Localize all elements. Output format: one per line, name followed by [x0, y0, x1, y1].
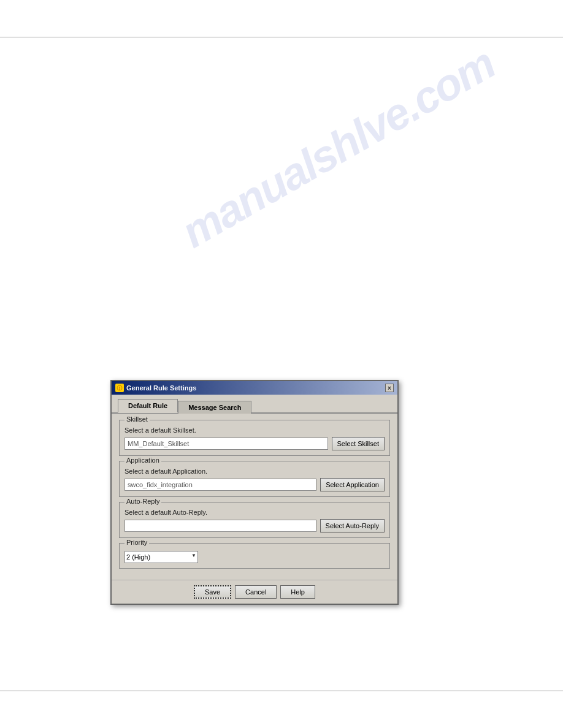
- dialog-close-button[interactable]: ×: [385, 384, 394, 392]
- auto-reply-description: Select a default Auto-Reply.: [124, 509, 385, 516]
- skillset-input[interactable]: [124, 438, 328, 450]
- title-bar: ! General Rule Settings ×: [112, 381, 397, 395]
- help-button[interactable]: Help: [280, 585, 315, 599]
- application-input[interactable]: [124, 479, 316, 491]
- select-auto-reply-button[interactable]: Select Auto-Reply: [320, 519, 385, 533]
- auto-reply-input-row: Select Auto-Reply: [124, 519, 385, 533]
- title-bar-left: ! General Rule Settings: [115, 384, 196, 392]
- svg-text:!: !: [119, 386, 120, 390]
- priority-select-wrapper: 1 (Low) 2 (High) 3 (Normal): [124, 551, 198, 563]
- auto-reply-label: Auto-Reply: [124, 498, 161, 505]
- select-application-button[interactable]: Select Application: [320, 478, 385, 491]
- skillset-label: Skillset: [124, 415, 150, 423]
- application-input-row: Select Application: [124, 478, 385, 491]
- priority-select[interactable]: 1 (Low) 2 (High) 3 (Normal): [124, 551, 198, 563]
- dialog-container: ! General Rule Settings × Default Rule M…: [110, 380, 399, 605]
- tab-message-search[interactable]: Message Search: [178, 401, 251, 414]
- priority-input-row: 1 (Low) 2 (High) 3 (Normal): [124, 551, 385, 563]
- tab-default-rule[interactable]: Default Rule: [118, 399, 178, 413]
- auto-reply-section: Auto-Reply Select a default Auto-Reply. …: [119, 502, 390, 538]
- priority-section: Priority 1 (Low) 2 (High) 3 (Normal): [119, 543, 390, 569]
- dialog-content: Skillset Select a default Skillset. Sele…: [112, 414, 397, 580]
- dialog-icon: !: [115, 384, 124, 392]
- dialog-title: General Rule Settings: [126, 384, 196, 392]
- cancel-button[interactable]: Cancel: [235, 585, 277, 599]
- skillset-description: Select a default Skillset.: [124, 427, 385, 434]
- save-button[interactable]: Save: [194, 585, 231, 599]
- application-section: Application Select a default Application…: [119, 461, 390, 497]
- priority-label: Priority: [124, 539, 149, 546]
- skillset-section: Skillset Select a default Skillset. Sele…: [119, 420, 390, 456]
- skillset-input-row: Select Skillset: [124, 437, 385, 450]
- auto-reply-input[interactable]: [124, 520, 316, 532]
- tabs-area: Default Rule Message Search: [112, 395, 397, 414]
- application-description: Select a default Application.: [124, 468, 385, 475]
- dialog-footer: Save Cancel Help: [112, 580, 397, 604]
- top-divider: [0, 37, 563, 37]
- select-skillset-button[interactable]: Select Skillset: [332, 437, 385, 450]
- dialog-window: ! General Rule Settings × Default Rule M…: [110, 380, 399, 605]
- application-label: Application: [124, 457, 161, 464]
- bottom-divider: [0, 691, 563, 691]
- watermark-text: manualshlve.com: [173, 38, 503, 257]
